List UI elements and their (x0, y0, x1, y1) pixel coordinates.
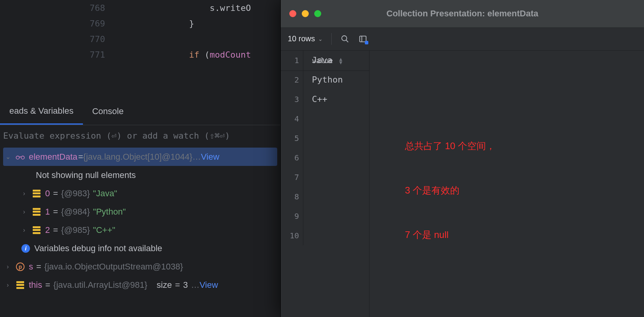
object-icon (15, 281, 26, 289)
chevron-right-icon[interactable]: › (20, 208, 28, 215)
param-icon: p (15, 262, 26, 271)
line-number: 768 (0, 3, 117, 13)
var-extra-value: 3 (183, 280, 188, 290)
maximize-button[interactable] (314, 10, 321, 17)
var-name: elementData (29, 152, 77, 162)
close-button[interactable] (289, 10, 296, 17)
window-title: Collection Presentation: elementData (281, 9, 644, 19)
table-row[interactable]: 3C++ (281, 90, 644, 109)
table-row[interactable]: 7 (281, 167, 644, 187)
cell-value[interactable] (303, 109, 312, 129)
var-index: 1 (45, 207, 50, 217)
cell-value[interactable] (303, 129, 312, 148)
null-note: Not showing null elements (0, 166, 280, 184)
info-icon: i (20, 244, 31, 253)
cell-value[interactable]: C++ (303, 90, 327, 109)
cell-value[interactable] (303, 206, 312, 226)
var-name: s (29, 262, 33, 272)
var-string: "Java" (93, 188, 117, 199)
var-extra-name: size (157, 280, 172, 290)
object-icon (31, 208, 42, 216)
variables-tree[interactable]: ⌄ elementData = {java.lang.Object[10]@10… (0, 146, 280, 296)
code-line: } (117, 19, 194, 28)
var-item-1[interactable]: › 1 = {@984} "Python" (0, 203, 280, 221)
var-value: {java.util.ArrayList@981} (53, 280, 147, 290)
table-row[interactable]: 5 (281, 129, 644, 148)
ellipsis: … (191, 280, 200, 290)
grid-body[interactable]: 1Java2Python3C++45678910 (281, 51, 644, 245)
table-row[interactable]: 2Python (281, 70, 644, 90)
svg-point-0 (16, 156, 19, 159)
row-index: 7 (281, 167, 303, 187)
row-index: 10 (281, 226, 303, 245)
chevron-right-icon[interactable]: › (4, 263, 12, 270)
cell-value[interactable] (303, 167, 312, 187)
table-row[interactable]: 9 (281, 206, 644, 226)
var-s[interactable]: › p s = {java.io.ObjectOutputStream@1038… (0, 257, 280, 276)
var-string: "Python" (93, 207, 126, 217)
line-number: 769 (0, 19, 117, 28)
row-index: 5 (281, 129, 303, 148)
filter-active-dot (365, 41, 368, 44)
debug-panel: eads & Variables Console Evaluate expres… (0, 98, 280, 317)
object-icon (31, 190, 42, 197)
object-icon (31, 226, 42, 234)
debug-info-note: i Variables debug info not available (0, 239, 280, 257)
traffic-lights (289, 10, 321, 17)
var-value: {java.io.ObjectOutputStream@1038} (44, 262, 183, 272)
chevron-right-icon[interactable]: › (4, 282, 12, 289)
row-index: 4 (281, 109, 303, 129)
chevron-down-icon: ⌄ (318, 36, 323, 42)
cell-value[interactable] (303, 148, 312, 167)
rows-dropdown[interactable]: 10 rows ⌄ (288, 34, 323, 43)
chevron-down-icon[interactable]: ⌄ (4, 153, 12, 160)
search-icon[interactable] (340, 34, 350, 44)
table-row[interactable]: 8 (281, 187, 644, 206)
minimize-button[interactable] (302, 10, 309, 17)
cell-value[interactable] (303, 187, 312, 206)
view-link[interactable]: View (201, 152, 219, 162)
chevron-right-icon[interactable]: › (20, 190, 28, 197)
var-index: 0 (45, 188, 50, 199)
row-index: 3 (281, 90, 303, 109)
cell-value[interactable]: Java (303, 51, 333, 70)
svg-line-3 (346, 40, 348, 42)
var-index: 2 (45, 225, 50, 235)
svg-point-1 (21, 156, 24, 159)
row-index: 2 (281, 70, 303, 90)
separator (331, 33, 332, 45)
cell-value[interactable]: Python (303, 70, 343, 90)
row-index: 6 (281, 148, 303, 167)
view-link[interactable]: View (200, 280, 218, 290)
columns-filter-icon[interactable] (358, 34, 368, 44)
row-index: 9 (281, 206, 303, 226)
cell-value[interactable] (303, 226, 312, 245)
var-elementData[interactable]: ⌄ elementData = {java.lang.Object[10]@10… (3, 148, 277, 166)
line-number: 771 (0, 50, 117, 60)
var-value: {java.lang.Object[10]@1044} (83, 152, 192, 162)
var-item-2[interactable]: › 2 = {@985} "C++" (0, 221, 280, 239)
row-index: 8 (281, 187, 303, 206)
var-this[interactable]: › this = {java.util.ArrayList@981} size … (0, 276, 280, 294)
var-item-0[interactable]: › 0 = {@983} "Java" (0, 184, 280, 203)
var-string: "C++" (93, 225, 115, 235)
svg-point-2 (342, 35, 347, 41)
code-line: s.writeO (117, 3, 251, 13)
window-titlebar[interactable]: Collection Presentation: elementData (281, 0, 644, 27)
table-row[interactable]: 6 (281, 148, 644, 167)
table-row[interactable]: 10 (281, 226, 644, 245)
debug-tabbar: eads & Variables Console (0, 98, 280, 125)
tab-threads-variables[interactable]: eads & Variables (0, 98, 83, 125)
var-ref: {@983} (61, 188, 90, 199)
chevron-right-icon[interactable]: › (20, 227, 28, 234)
tab-console[interactable]: Console (83, 98, 133, 125)
popup-toolbar: 10 rows ⌄ (281, 27, 644, 51)
row-index: 1 (281, 51, 303, 70)
var-ref: {@985} (61, 225, 90, 235)
table-row[interactable]: 1Java (281, 51, 644, 70)
evaluate-expression-input[interactable]: Evaluate expression (⏎) or add a watch (… (0, 125, 280, 146)
glasses-icon (15, 154, 26, 160)
ellipsis: … (192, 152, 201, 162)
table-row[interactable]: 4 (281, 109, 644, 129)
code-line: if (modCount (117, 50, 251, 60)
